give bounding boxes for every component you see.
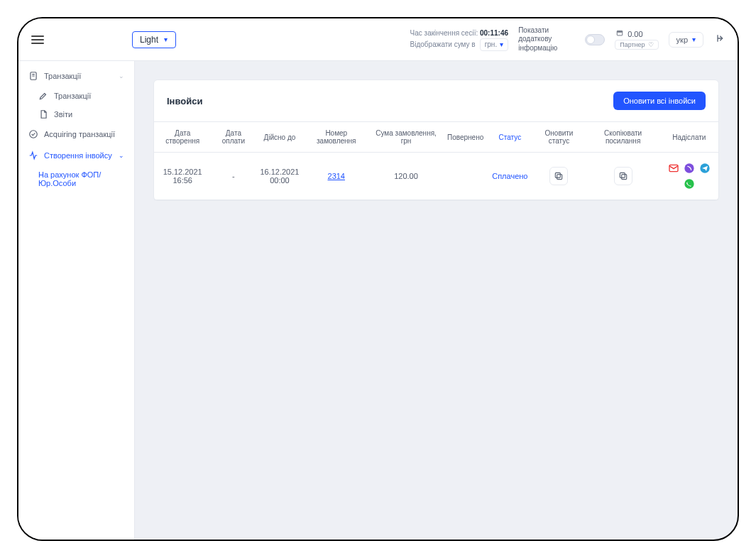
document-icon	[28, 71, 38, 81]
heart-icon: ♡	[648, 41, 654, 48]
sidebar-group-invoice[interactable]: Створення інвойсу ⌄	[18, 145, 134, 166]
menu-icon[interactable]	[31, 35, 44, 44]
sidebar-item-label: Транзакції	[54, 92, 91, 100]
cell-paid: -	[211, 153, 256, 200]
partner-label: Партнер	[620, 41, 645, 48]
check-circle-icon	[28, 129, 38, 139]
balance: 0.00 Партнер ♡	[615, 30, 658, 50]
cell-status: Сплачено	[492, 172, 527, 180]
theme-value: Light	[140, 35, 158, 45]
amount-in-label: Відображати суму в	[410, 40, 476, 50]
col-update-status: Оновити статус	[532, 122, 586, 153]
theme-select[interactable]: Light ▾	[132, 31, 176, 48]
invoice-table: Дата створення Дата оплати Дійсно до Ном…	[154, 121, 718, 200]
svg-rect-5	[556, 173, 561, 177]
telegram-icon[interactable]	[699, 163, 711, 174]
svg-point-9	[684, 163, 694, 173]
sidebar-item-invoice-fop[interactable]: На рахунок ФОП/Юр.Особи	[18, 166, 134, 192]
whatsapp-icon[interactable]	[684, 178, 695, 190]
extra-info-label: Показати додаткову інформацію	[518, 26, 575, 53]
sidebar-item-transactions[interactable]: Транзакції	[18, 87, 134, 105]
partner-chip[interactable]: Партнер ♡	[615, 40, 658, 50]
content: Інвойси Оновити всі інвойси Дата створен…	[135, 61, 738, 540]
currency-select[interactable]: грн. ▾	[480, 38, 509, 51]
balance-value: 0.00	[628, 30, 642, 38]
chevron-down-icon: ▾	[164, 35, 168, 43]
sidebar-label: Acquiring транзакції	[44, 130, 115, 138]
svg-rect-6	[621, 175, 626, 180]
pencil-icon	[38, 91, 48, 101]
viber-icon[interactable]	[684, 163, 695, 174]
col-valid: Дійсно до	[256, 122, 303, 153]
wallet-icon	[615, 30, 625, 38]
sidebar-label: Створення інвойсу	[44, 151, 112, 160]
session-end-label: Час закінчення сесії:	[410, 29, 478, 37]
copy-icon	[618, 171, 628, 181]
col-order: Номер замовлення	[303, 122, 369, 153]
sidebar-label: Транзакції	[44, 72, 81, 80]
order-link[interactable]: 2314	[328, 172, 345, 180]
email-icon[interactable]	[668, 163, 679, 174]
chevron-down-icon: ⌄	[119, 152, 124, 159]
cell-valid: 16.12.2021 00:00	[256, 153, 303, 200]
svg-point-3	[30, 131, 38, 138]
extra-info-toggle[interactable]	[585, 34, 605, 45]
col-amount: Сума замовлення, грн	[369, 122, 443, 153]
update-status-button[interactable]	[549, 167, 568, 185]
copy-icon	[554, 171, 564, 181]
chevron-down-icon: ▾	[500, 40, 503, 50]
file-icon	[38, 109, 48, 119]
svg-rect-4	[557, 175, 562, 180]
logout-button[interactable]	[713, 33, 725, 46]
sidebar-group-transactions[interactable]: Транзакції ⌄	[18, 65, 134, 87]
session-info: Час закінчення сесії: 00:11:46 Відобража…	[410, 28, 509, 51]
cell-created: 15.12.2021 16:56	[154, 153, 211, 200]
col-created: Дата створення	[154, 122, 211, 153]
chevron-down-icon: ⌄	[119, 72, 124, 80]
language-value: укр	[676, 35, 688, 44]
col-refunded: Повернено	[443, 122, 488, 153]
col-paid: Дата оплати	[211, 122, 256, 153]
panel-title: Інвойси	[167, 96, 202, 106]
activity-icon	[28, 151, 38, 160]
col-status[interactable]: Статус	[499, 133, 522, 141]
session-time: 00:11:46	[480, 29, 508, 37]
copy-link-button[interactable]	[614, 167, 632, 185]
language-select[interactable]: укр ▾	[669, 32, 703, 48]
topbar: Light ▾ Час закінчення сесії: 00:11:46 В…	[18, 18, 738, 61]
cell-refunded	[443, 153, 488, 200]
sidebar: Транзакції ⌄ Транзакції Звіти	[18, 61, 135, 540]
currency-value: грн.	[485, 40, 498, 50]
sidebar-item-label: На рахунок ФОП/Юр.Особи	[38, 170, 124, 187]
svg-point-11	[684, 179, 694, 188]
sidebar-item-reports[interactable]: Звіти	[18, 105, 134, 124]
chevron-down-icon: ▾	[692, 35, 696, 43]
table-row: 15.12.2021 16:56 - 16.12.2021 00:00 2314…	[154, 153, 718, 200]
invoices-panel: Інвойси Оновити всі інвойси Дата створен…	[153, 80, 719, 201]
svg-rect-7	[620, 173, 625, 177]
col-send: Надіслати	[660, 122, 718, 153]
refresh-all-button[interactable]: Оновити всі інвойси	[613, 92, 706, 110]
sidebar-group-acquiring[interactable]: Acquiring транзакції	[18, 124, 134, 145]
sidebar-item-label: Звіти	[54, 110, 72, 119]
cell-amount: 120.00	[369, 153, 443, 200]
col-copy-link: Скопіювати посилання	[586, 122, 660, 153]
